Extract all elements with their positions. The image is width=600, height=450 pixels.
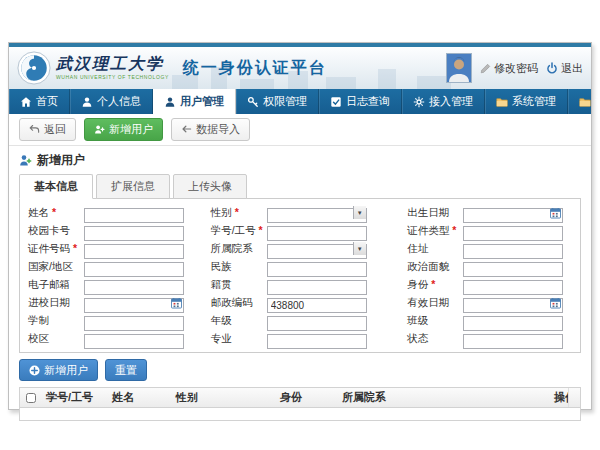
change-password-link[interactable]: 修改密码	[480, 61, 538, 76]
status-input[interactable]	[463, 334, 563, 349]
campus-card-input[interactable]	[84, 226, 184, 241]
basic-info-panel: 姓名 *性别 *▼出生日期校园卡号学号/工号 *证件类型 *证件号码 *所属院系…	[19, 198, 581, 353]
university-logo	[17, 51, 51, 85]
university-name-cn: 武汉理工大学	[56, 56, 169, 72]
form-field-identity: 身份 *	[403, 277, 576, 292]
form-field-birth-date: 出生日期	[403, 205, 576, 220]
student-id-input[interactable]	[267, 226, 367, 241]
field-label: 邮政编码	[207, 296, 267, 310]
table-header-filler	[568, 388, 580, 407]
major-input[interactable]	[267, 334, 367, 349]
valid-date-input[interactable]	[463, 298, 563, 313]
gender-select[interactable]	[267, 208, 367, 223]
platform-title: 统一身份认证平台	[183, 58, 327, 79]
nav-item-access-management[interactable]: 接入管理	[402, 89, 485, 114]
field-label: 电子邮箱	[24, 278, 84, 292]
select-all-checkbox[interactable]	[26, 393, 36, 403]
field-wrapper	[267, 295, 367, 310]
school-system-input[interactable]	[84, 316, 184, 331]
form-grid: 姓名 *性别 *▼出生日期校园卡号学号/工号 *证件类型 *证件号码 *所属院系…	[24, 205, 576, 346]
field-label: 国家/地区	[24, 260, 84, 274]
nav-item-permission-management[interactable]: 权限管理	[236, 89, 319, 114]
section-header: 新增用户	[9, 149, 591, 171]
address-input[interactable]	[463, 244, 563, 259]
required-asterisk: *	[256, 224, 263, 236]
field-label: 民族	[207, 260, 267, 274]
required-asterisk: *	[449, 224, 456, 236]
nav-item-user-management[interactable]: 用户管理	[153, 89, 236, 114]
identity-input[interactable]	[463, 280, 563, 295]
birth-date-input[interactable]	[463, 208, 563, 223]
id-type-input[interactable]	[463, 226, 563, 241]
field-wrapper	[84, 313, 184, 328]
field-label: 有效日期	[403, 296, 463, 310]
campus-input[interactable]	[84, 334, 184, 349]
toolbar: 返回 新增用户 数据导入	[9, 114, 591, 146]
form-field-political-status: 政治面貌	[403, 259, 576, 274]
calendar-icon[interactable]	[550, 207, 561, 219]
id-number-input[interactable]	[84, 244, 184, 259]
field-label: 政治面貌	[403, 260, 463, 274]
nav-item-log-query[interactable]: 日志查询	[319, 89, 402, 114]
logout-link[interactable]: 退出	[546, 61, 583, 76]
field-wrapper	[463, 277, 563, 292]
pencil-icon	[480, 63, 491, 74]
chevron-down-icon[interactable]: ▼	[353, 242, 366, 255]
chevron-down-icon[interactable]: ▼	[353, 206, 366, 219]
ethnicity-input[interactable]	[267, 262, 367, 277]
calendar-icon[interactable]	[550, 297, 561, 309]
import-arrow-icon	[181, 124, 192, 134]
home-icon	[20, 96, 32, 108]
field-wrapper	[267, 259, 367, 274]
col-department: 所属院系	[338, 390, 550, 405]
form-field-department: 所属院系▼	[207, 241, 394, 256]
form-field-native-place: 籍贯	[207, 277, 394, 292]
col-student-id: 学号/工号	[42, 390, 108, 405]
back-button[interactable]: 返回	[19, 118, 76, 140]
nav-item-subscription-management[interactable]: 订阅管理	[568, 89, 600, 114]
gear-icon	[413, 96, 425, 108]
tab-basic-info[interactable]: 基本信息	[19, 174, 93, 199]
field-wrapper	[463, 331, 563, 346]
form-field-valid-date: 有效日期	[403, 295, 576, 310]
country-input[interactable]	[84, 262, 184, 277]
nav-item-system-management[interactable]: 系统管理	[485, 89, 568, 114]
entry-date-input[interactable]	[84, 298, 184, 313]
name-input[interactable]	[84, 208, 184, 223]
form-field-status: 状态	[403, 331, 576, 346]
nav-item-personal-info[interactable]: 个人信息	[70, 89, 153, 114]
form-field-email: 电子邮箱	[24, 277, 197, 292]
form-field-class: 班级	[403, 313, 576, 328]
required-asterisk: *	[428, 278, 435, 290]
tab-upload-avatar[interactable]: 上传头像	[173, 174, 247, 199]
submit-add-user-button[interactable]: 新增用户	[19, 359, 98, 381]
add-user-toolbar-button[interactable]: 新增用户	[84, 118, 163, 140]
field-label: 校区	[24, 332, 84, 346]
user-icon	[81, 96, 93, 108]
tab-extended-info[interactable]: 扩展信息	[96, 174, 170, 199]
field-wrapper	[267, 331, 367, 346]
select-all-checkbox-cell	[20, 393, 42, 403]
class-input[interactable]	[463, 316, 563, 331]
nav-item-home[interactable]: 首页	[9, 89, 70, 114]
postal-code-input[interactable]	[267, 298, 367, 313]
calendar-icon[interactable]	[171, 297, 182, 309]
native-place-input[interactable]	[267, 280, 367, 295]
field-wrapper	[267, 277, 367, 292]
grade-input[interactable]	[267, 316, 367, 331]
department-select[interactable]	[267, 244, 367, 259]
reset-button[interactable]: 重置	[105, 359, 147, 381]
table-body-empty	[20, 408, 580, 420]
political-status-input[interactable]	[463, 262, 563, 277]
data-import-button[interactable]: 数据导入	[171, 118, 250, 140]
user-avatar[interactable]	[446, 53, 472, 83]
field-wrapper	[463, 241, 563, 256]
form-field-student-id: 学号/工号 *	[207, 223, 394, 238]
field-wrapper	[463, 313, 563, 328]
field-wrapper: ▼	[267, 241, 367, 256]
form-field-name: 姓名 *	[24, 205, 197, 220]
power-icon	[546, 62, 558, 74]
field-wrapper	[463, 205, 563, 220]
email-input[interactable]	[84, 280, 184, 295]
field-label: 学号/工号 *	[207, 224, 267, 238]
